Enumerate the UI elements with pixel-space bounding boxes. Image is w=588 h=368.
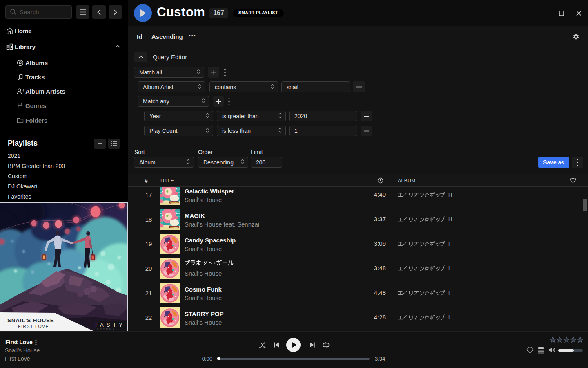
svg-text:TASTY: TASTY [94, 322, 125, 328]
svg-text:FIRST LOVE: FIRST LOVE [18, 324, 49, 329]
svg-text:SNAIL’S HOUSE: SNAIL’S HOUSE [7, 317, 54, 323]
svg-text:BSTMMXI: BSTMMXI [97, 328, 118, 330]
